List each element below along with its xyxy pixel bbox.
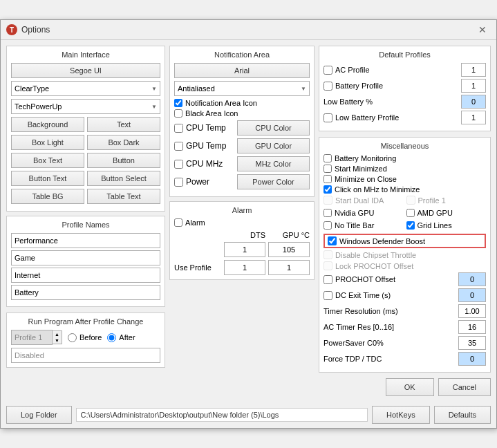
amd-gpu-checkbox[interactable] [406, 209, 415, 217]
cpu-mhz-checkbox[interactable] [174, 160, 183, 169]
dc-exit-time-label: DC Exit Time (s) [335, 291, 391, 299]
start-minimized-checkbox[interactable] [323, 165, 332, 173]
title-bar: T Options ✕ [1, 20, 496, 40]
dual-ida-profile-row: Start Dual IDA Profile 1 [323, 196, 486, 207]
power-color-button[interactable]: Power Color [237, 174, 310, 189]
miscellaneous-section: Miscellaneous Battery Monitoring Start M… [319, 137, 491, 373]
notification-area-icon-checkbox[interactable] [174, 99, 182, 107]
notif-font-button[interactable]: Arial [174, 63, 310, 78]
cpu-color-button[interactable]: CPU Color [237, 120, 310, 136]
windows-defender-boost-checkbox[interactable] [328, 236, 337, 245]
defaults-button[interactable]: Defaults [434, 406, 491, 424]
dc-exit-time-val[interactable] [458, 288, 486, 302]
after-radio-label[interactable]: After [107, 333, 135, 342]
profile-input-2[interactable] [11, 268, 160, 283]
run-row: ▲ ▼ Before After [11, 330, 160, 345]
main-interface-title: Main Interface [11, 50, 160, 59]
ac-profile-label: AC Profile [335, 66, 370, 74]
minimize-on-close-row: Minimize on Close [323, 175, 486, 183]
notif-rendering-select[interactable]: Antialiased ▼ [174, 81, 310, 96]
before-radio-label[interactable]: Before [68, 333, 102, 342]
alarm-title: Alarm [174, 206, 310, 214]
power-checkbox[interactable] [174, 178, 183, 187]
table-text-button[interactable]: Table Text [87, 189, 160, 204]
main-content: Main Interface Segoe UI ClearType ▼ Tech… [1, 40, 496, 402]
box-dark-button[interactable]: Box Dark [87, 135, 160, 150]
font-button[interactable]: Segoe UI [11, 63, 160, 78]
ac-profile-checkbox[interactable] [323, 66, 332, 75]
spinner-up[interactable]: ▲ [53, 331, 62, 337]
options-window: T Options ✕ Main Interface Segoe UI Clea… [0, 19, 497, 429]
timer-res-val[interactable] [458, 304, 486, 318]
run-program-title: Run Program After Profile Change [11, 317, 160, 326]
button-text-button[interactable]: Button Text [11, 171, 84, 186]
hotkeys-button[interactable]: HotKeys [372, 406, 430, 424]
before-label: Before [79, 333, 102, 342]
ac-profile-val[interactable] [461, 63, 486, 77]
title-bar-left: T Options [6, 24, 50, 35]
use-profile-dts[interactable] [224, 260, 265, 275]
alarm-checkbox[interactable] [174, 218, 182, 227]
log-folder-button[interactable]: Log Folder [6, 406, 72, 424]
spinner-down[interactable]: ▼ [53, 337, 62, 344]
close-button[interactable]: ✕ [474, 23, 491, 37]
text-button[interactable]: Text [87, 117, 160, 132]
before-radio[interactable] [68, 333, 77, 342]
cancel-button[interactable]: Cancel [438, 378, 491, 396]
low-battery-profile-val[interactable] [461, 111, 486, 124]
profile-input-0[interactable] [11, 233, 160, 248]
low-battery-profile-checkbox[interactable] [323, 113, 332, 122]
battery-profile-checkbox[interactable] [323, 82, 332, 91]
table-bg-button[interactable]: Table BG [11, 189, 84, 204]
alarm-section: Alarm Alarm DTS GPU °C Use Profile [169, 201, 315, 280]
notification-area-icon-label: Notification Area Icon [185, 99, 257, 107]
ok-button[interactable]: OK [386, 378, 434, 396]
profile-input-3[interactable] [11, 285, 160, 300]
dc-exit-checkbox[interactable] [323, 291, 332, 300]
button-button[interactable]: Button [87, 153, 160, 168]
profile-spinner: ▲ ▼ [11, 330, 62, 345]
ac-timer-res-val[interactable] [458, 320, 486, 334]
ac-timer-res-label: AC Timer Res [0..16] [323, 323, 394, 331]
box-text-button[interactable]: Box Text [11, 153, 84, 168]
gpu-color-button[interactable]: GPU Color [237, 138, 310, 153]
low-battery-pct-val[interactable] [461, 95, 486, 109]
no-title-bar-checkbox[interactable] [323, 221, 332, 230]
rendering-label: ClearType [15, 84, 49, 93]
battery-profile-val[interactable] [461, 79, 486, 93]
windows-defender-boost-label: Windows Defender Boost [339, 237, 425, 245]
battery-monitoring-checkbox[interactable] [323, 154, 332, 162]
click-mhz-checkbox[interactable] [323, 185, 332, 194]
black-area-icon-checkbox[interactable] [174, 109, 182, 118]
powersaver-val[interactable] [458, 336, 486, 350]
disable-chipset-throttle-label: Disable Chipset Throttle [335, 251, 416, 259]
source-select[interactable]: TechPowerUp ▼ [11, 99, 160, 114]
force-tdp-val[interactable] [458, 352, 486, 366]
disabled-input[interactable] [11, 348, 160, 363]
profile-spinner-input[interactable] [11, 330, 53, 345]
source-arrow: ▼ [151, 104, 157, 110]
spinner-arrows: ▲ ▼ [53, 330, 62, 344]
background-button[interactable]: Background [11, 117, 84, 132]
minimize-on-close-checkbox[interactable] [323, 175, 332, 183]
use-profile-gpu[interactable] [268, 260, 310, 275]
after-radio[interactable] [107, 333, 116, 342]
alarm-grid: DTS GPU °C Use Profile [174, 231, 310, 275]
prochot-offset-val[interactable] [458, 272, 486, 286]
ok-cancel-row: OK Cancel [319, 378, 491, 396]
mhz-color-button[interactable]: MHz Color [237, 156, 310, 171]
low-battery-profile-label: Low Battery Profile [335, 113, 399, 122]
rendering-select[interactable]: ClearType ▼ [11, 81, 160, 96]
status-bar: C:\Users\Administrator\Desktop\output\Ne… [76, 408, 368, 422]
button-select-button[interactable]: Button Select [87, 171, 160, 186]
box-light-button[interactable]: Box Light [11, 135, 84, 150]
start-minimized-label: Start Minimized [335, 165, 387, 173]
grid-lines-checkbox[interactable] [406, 221, 415, 230]
nvidia-gpu-checkbox[interactable] [323, 209, 332, 217]
prochot-offset-checkbox[interactable] [323, 275, 332, 284]
gpu-c-input[interactable] [268, 242, 310, 257]
gpu-temp-checkbox[interactable] [174, 142, 183, 151]
dts-input[interactable] [224, 242, 265, 257]
profile-input-1[interactable] [11, 250, 160, 265]
cpu-temp-checkbox[interactable] [174, 124, 183, 133]
